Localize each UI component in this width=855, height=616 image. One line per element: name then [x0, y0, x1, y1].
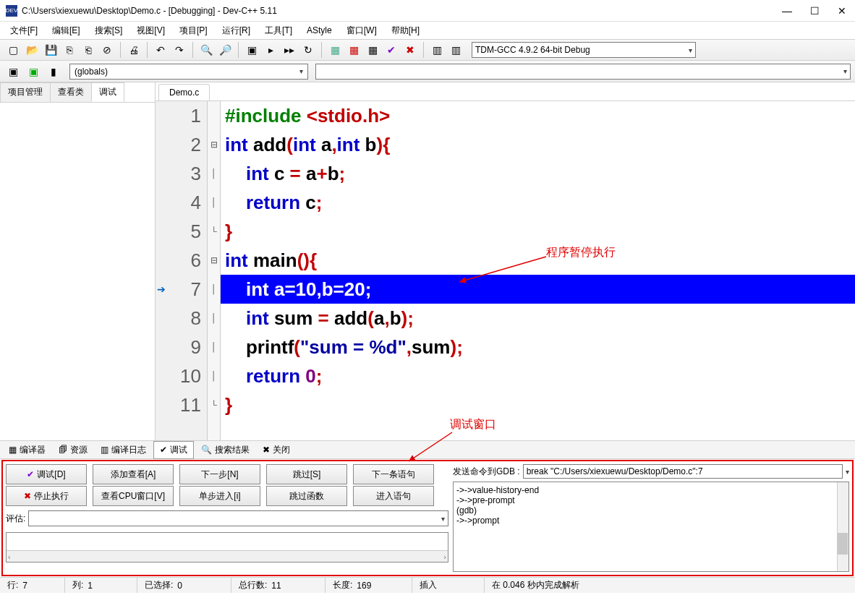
- redo-icon[interactable]: ↷: [171, 41, 188, 59]
- profile-icon[interactable]: ▦: [364, 41, 381, 59]
- debug-button[interactable]: 查看CPU窗口[V]: [93, 486, 174, 506]
- save-icon[interactable]: 💾: [42, 41, 59, 59]
- menu-item[interactable]: AStyle: [301, 24, 338, 37]
- svg-line-1: [409, 432, 452, 461]
- debug-button[interactable]: ✔调试[D]: [6, 464, 87, 484]
- compile-icon[interactable]: ▣: [243, 41, 260, 59]
- debug-icon[interactable]: ▦: [326, 41, 344, 59]
- minimize-button[interactable]: ―: [780, 5, 794, 17]
- tab-icon: ▦: [9, 445, 17, 455]
- debug-button[interactable]: 跳过[S]: [266, 464, 347, 484]
- replace-icon[interactable]: 🔎: [216, 41, 234, 59]
- button-label: 查看CPU窗口[V]: [101, 490, 165, 502]
- goto-icon[interactable]: ▣: [4, 63, 22, 80]
- delete-icon[interactable]: ✖: [401, 41, 419, 59]
- button-label: 下一步[N]: [201, 469, 238, 481]
- debug-button[interactable]: 单步进入[i]: [179, 486, 260, 506]
- vertical-scrollbar[interactable]: [837, 482, 848, 571]
- gdb-command-input[interactable]: [523, 464, 843, 479]
- toolbar-separator: [147, 42, 148, 58]
- button-label: 单步进入[i]: [199, 490, 240, 502]
- scope-combo[interactable]: (globals) ▾: [69, 64, 308, 80]
- button-label: 调试[D]: [37, 469, 65, 481]
- menu-item[interactable]: 搜索[S]: [89, 23, 129, 38]
- find-icon[interactable]: 🔍: [197, 41, 215, 59]
- editor-area: Demo.c 1234567➔891011 ⊟││└⊟││││└ #includ…: [156, 82, 855, 440]
- menu-item[interactable]: 项目[P]: [174, 23, 213, 38]
- debug-button[interactable]: 添加查看[A]: [93, 464, 174, 484]
- check-icon[interactable]: ✔: [383, 41, 400, 59]
- status-total-value: 11: [271, 581, 281, 591]
- window-title: C:\Users\xiexuewu\Desktop\Demo.c - [Debu…: [22, 6, 780, 16]
- save-as-icon[interactable]: ⎗: [80, 41, 97, 59]
- toolbar-separator: [120, 42, 121, 58]
- function-combo[interactable]: ▾: [315, 64, 851, 80]
- status-len-label: 长度:: [333, 579, 352, 591]
- chart-delete-icon[interactable]: ▥: [447, 41, 464, 59]
- chevron-down-icon: ▾: [843, 67, 847, 75]
- menu-item[interactable]: 编辑[E]: [46, 23, 86, 38]
- button-label: 下一条语句: [372, 469, 415, 481]
- menu-item[interactable]: 视图[V]: [131, 23, 171, 38]
- eval-combo[interactable]: ▾: [28, 510, 448, 526]
- annotation-arrow-icon: [405, 429, 456, 465]
- left-panel-tabs: 项目管理查看类调试: [0, 82, 155, 103]
- maximize-button[interactable]: ☐: [807, 5, 822, 17]
- chevron-down-icon: ▾: [299, 67, 303, 75]
- line-gutter: 1234567➔891011: [156, 101, 208, 440]
- bottom-tab[interactable]: ✖关闭: [257, 442, 296, 458]
- menu-item[interactable]: 工具[T]: [259, 23, 298, 38]
- chevron-down-icon[interactable]: ▾: [846, 468, 849, 476]
- left-panel-tab[interactable]: 项目管理: [0, 82, 51, 102]
- debug-button[interactable]: 进入语句: [353, 486, 434, 506]
- bottom-tab[interactable]: ✔调试: [153, 441, 194, 459]
- stop-icon[interactable]: ▦: [345, 41, 362, 59]
- file-tab[interactable]: Demo.c: [158, 84, 210, 100]
- close-button[interactable]: ✕: [835, 5, 849, 17]
- svg-line-0: [459, 257, 546, 282]
- code-editor[interactable]: 1234567➔891011 ⊟││└⊟││││└ #include <stdi…: [156, 101, 855, 440]
- gdb-output[interactable]: ->->value-history-end->->pre-prompt(gdb)…: [453, 482, 849, 572]
- debug-button[interactable]: ✖停止执行: [6, 486, 87, 506]
- button-label: 跳过函数: [289, 490, 324, 502]
- eval-output: ‹›: [6, 532, 448, 562]
- toolbar-separator: [423, 42, 424, 58]
- toolbar-separator: [238, 42, 239, 58]
- compiler-profile-combo[interactable]: TDM-GCC 4.9.2 64-bit Debug ▾: [472, 42, 696, 58]
- left-panel-tab[interactable]: 查看类: [50, 82, 92, 102]
- save-all-icon[interactable]: ⎘: [61, 41, 78, 59]
- open-file-icon[interactable]: 📂: [23, 41, 41, 59]
- status-len-value: 169: [357, 581, 371, 591]
- bottom-tab[interactable]: ▦编译器: [3, 442, 51, 458]
- button-label: 停止执行: [34, 490, 69, 502]
- status-mode: 插入: [420, 579, 437, 591]
- main-area: 项目管理查看类调试 Demo.c 1234567➔891011 ⊟││└⊟│││…: [0, 82, 855, 440]
- bookmark-icon[interactable]: ▣: [25, 63, 42, 80]
- menu-item[interactable]: 帮助[H]: [386, 23, 425, 38]
- undo-icon[interactable]: ↶: [152, 41, 169, 59]
- close-file-icon[interactable]: ⊘: [98, 41, 116, 59]
- menu-item[interactable]: 窗口[W]: [341, 23, 383, 38]
- rebuild-icon[interactable]: ↻: [299, 41, 317, 59]
- new-file-icon[interactable]: ▢: [4, 41, 22, 59]
- left-panel-tab[interactable]: 调试: [91, 82, 124, 102]
- book-icon[interactable]: ▮: [45, 63, 62, 80]
- debug-button[interactable]: 跳过函数: [266, 486, 347, 506]
- menu-item[interactable]: 运行[R]: [216, 23, 256, 38]
- bottom-tab[interactable]: 🔍搜索结果: [195, 442, 255, 458]
- chart-icon[interactable]: ▥: [428, 41, 446, 59]
- run-icon[interactable]: ▸: [262, 41, 279, 59]
- gdb-console: 发送命令到GDB : ▾ ->->value-history-end->->pr…: [453, 464, 849, 572]
- gdb-output-line: ->->pre-prompt: [456, 495, 846, 505]
- toolbar-separator: [321, 42, 322, 58]
- bottom-tab[interactable]: ▥编译日志: [95, 442, 152, 458]
- print-icon[interactable]: 🖨: [125, 41, 142, 59]
- chevron-down-icon: ▾: [689, 46, 692, 54]
- tab-label: 搜索结果: [215, 444, 250, 456]
- horizontal-scrollbar[interactable]: ‹›: [7, 550, 448, 562]
- debug-button[interactable]: 下一步[N]: [179, 464, 260, 484]
- bottom-tab[interactable]: 🗐资源: [53, 442, 93, 458]
- debug-button[interactable]: 下一条语句: [353, 464, 434, 484]
- compile-run-icon[interactable]: ▸▸: [281, 41, 298, 59]
- menu-item[interactable]: 文件[F]: [4, 23, 43, 38]
